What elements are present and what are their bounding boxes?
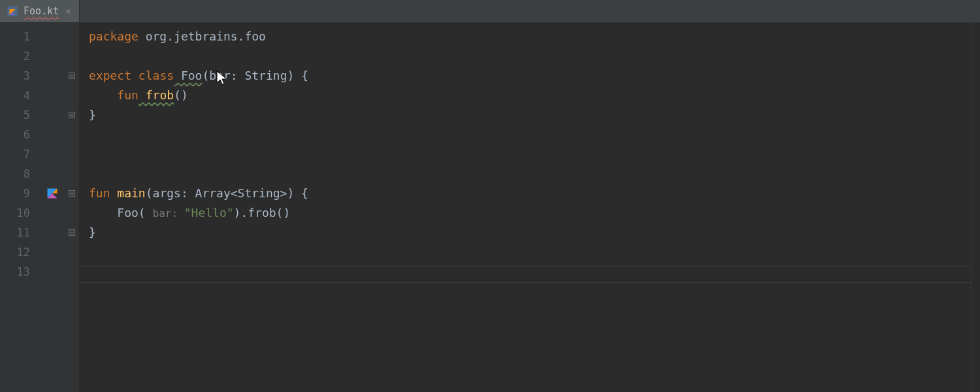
- line-number: 12: [0, 242, 39, 262]
- code-editor[interactable]: package org.jetbrains.foo expect class F…: [78, 23, 971, 392]
- code-line: Foo( bar: "Hello").frob(): [89, 203, 971, 223]
- code-line: [89, 46, 971, 66]
- line-number: 9: [0, 184, 39, 203]
- line-number: 13: [0, 262, 39, 282]
- line-number: 6: [0, 125, 39, 144]
- editor-area: 1 2 3 4 5 6 7 8 9 10 11 12 13: [0, 23, 980, 392]
- code-line: package org.jetbrains.foo: [89, 27, 971, 46]
- code-line: fun main(args: Array<String>) {: [89, 184, 971, 203]
- fold-toggle-icon[interactable]: [69, 229, 75, 236]
- line-number: 4: [0, 86, 39, 105]
- line-number: 3: [0, 66, 39, 86]
- code-line: [89, 242, 971, 262]
- code-line: [89, 164, 971, 184]
- line-number: 10: [0, 203, 39, 223]
- line-number: 8: [0, 164, 39, 184]
- parameter-hint: bar:: [153, 207, 184, 220]
- tab-bar: Foo.kt ×: [0, 0, 980, 23]
- line-number: 7: [0, 144, 39, 164]
- code-line: [89, 262, 971, 282]
- tab-filename: Foo.kt: [24, 5, 59, 17]
- fold-toggle-icon[interactable]: [69, 73, 75, 79]
- line-number: 11: [0, 223, 39, 242]
- fold-gutter: [65, 23, 78, 392]
- line-number: 5: [0, 105, 39, 125]
- fold-toggle-icon[interactable]: [69, 190, 75, 197]
- code-line: }: [89, 105, 971, 125]
- code-line: [89, 125, 971, 144]
- line-number: 1: [0, 27, 39, 46]
- line-number: 2: [0, 46, 39, 66]
- kotlin-file-icon: [7, 5, 18, 17]
- vertical-scrollbar[interactable]: [971, 23, 980, 392]
- code-line: }: [89, 223, 971, 242]
- gutter-kotlin-icon[interactable]: [39, 184, 65, 203]
- editor-tab-foo[interactable]: Foo.kt ×: [0, 0, 80, 22]
- line-number-gutter[interactable]: 1 2 3 4 5 6 7 8 9 10 11 12 13: [0, 23, 39, 392]
- fold-toggle-icon[interactable]: [69, 112, 75, 118]
- icon-gutter: [39, 23, 65, 392]
- code-line: expect class Foo(bar: String) {: [89, 66, 971, 86]
- code-line: [89, 144, 971, 164]
- code-line: fun frob(): [89, 86, 971, 105]
- close-tab-button[interactable]: ×: [64, 6, 72, 16]
